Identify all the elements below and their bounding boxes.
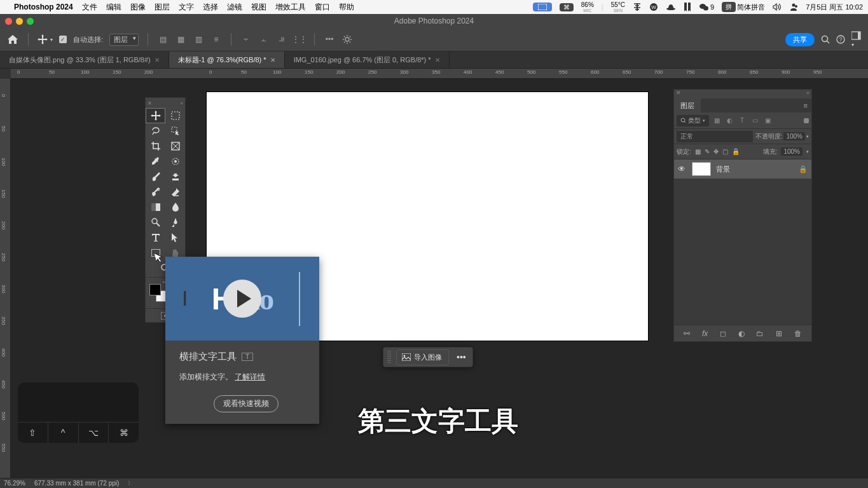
menu-image[interactable]: 图像	[130, 2, 146, 13]
blur-tool[interactable]	[165, 200, 185, 215]
menu-file[interactable]: 文件	[82, 2, 97, 13]
frame-tool[interactable]	[165, 139, 185, 154]
user-icon[interactable]	[789, 3, 798, 11]
history-brush-tool[interactable]	[146, 184, 165, 200]
crop-tool[interactable]	[146, 139, 165, 154]
window-minimize-button[interactable]	[16, 18, 23, 25]
align-hcenter-icon[interactable]: ▦	[175, 34, 186, 45]
window-zoom-button[interactable]	[27, 18, 34, 25]
gradient-tool[interactable]	[146, 200, 165, 215]
menu-filter[interactable]: 滤镜	[227, 2, 242, 13]
panel-collapse-icon[interactable]: «	[806, 90, 809, 98]
menu-type[interactable]: 文字	[179, 2, 194, 13]
filter-pixel-icon[interactable]: ▦	[712, 116, 722, 126]
layer-thumbnail[interactable]	[692, 162, 711, 176]
share-button[interactable]: 共享	[785, 33, 815, 46]
eraser-tool[interactable]	[165, 184, 185, 200]
quick-select-tool[interactable]	[165, 123, 185, 139]
import-image-button[interactable]: 导入图像	[396, 349, 449, 365]
temp-indicator[interactable]: 55°C SEN	[611, 2, 625, 13]
move-tool[interactable]	[146, 108, 165, 123]
lock-all-icon[interactable]: 🔒	[732, 148, 740, 155]
auto-select-target-dropdown[interactable]: 图层	[109, 34, 139, 46]
drag-handle[interactable]	[387, 351, 391, 363]
align-top-icon[interactable]: ⫟	[240, 34, 252, 45]
layer-row[interactable]: 👁 背景 🔒	[674, 159, 811, 179]
shift-key-icon[interactable]: ⇧	[18, 423, 48, 443]
lock-pixels-icon[interactable]: ✎	[705, 148, 710, 155]
layer-fx-icon[interactable]: fx	[702, 329, 708, 338]
adjustment-layer-icon[interactable]: ◐	[738, 329, 745, 338]
home-button[interactable]	[6, 33, 19, 46]
filter-type-icon[interactable]: T	[737, 116, 747, 126]
document-tab[interactable]: 自媒体头像图.png @ 33.3% (图层 1, RGB/8#) ✕	[0, 51, 169, 68]
eyedropper-tool[interactable]	[146, 154, 165, 169]
learn-more-link[interactable]: 了解详情	[235, 372, 265, 381]
layer-group-icon[interactable]: 🗀	[756, 329, 764, 338]
search-icon[interactable]	[821, 35, 830, 44]
lock-transparency-icon[interactable]: ▦	[695, 148, 701, 155]
filter-toggle[interactable]	[804, 118, 809, 123]
menu-edit[interactable]: 编辑	[106, 2, 121, 13]
filter-adjustment-icon[interactable]: ◐	[724, 116, 734, 126]
align-right-icon[interactable]: ▥	[193, 34, 204, 45]
menu-view[interactable]: 视图	[251, 2, 266, 13]
workspace-switcher-icon[interactable]: ▾	[851, 31, 863, 48]
blend-mode-dropdown[interactable]: 正常	[677, 131, 753, 142]
layer-filter-dropdown[interactable]: 类型▾	[677, 115, 709, 126]
layers-panel[interactable]: ✕ « 图层 ≡ 类型▾ ▦ ◐ T ▭ ▣ 正常 不透明度: 100% ▾ 锁…	[673, 89, 812, 342]
bookmark-icon[interactable]	[684, 3, 691, 11]
tab-close-icon[interactable]: ✕	[270, 57, 275, 64]
fill-value[interactable]: 100%	[781, 147, 803, 156]
auto-select-checkbox[interactable]: ✓	[59, 36, 67, 43]
align-bottom-icon[interactable]: ⫡	[276, 34, 287, 45]
dodge-tool[interactable]	[146, 215, 165, 230]
align-left-icon[interactable]: ▤	[157, 34, 169, 45]
spot-heal-tool[interactable]	[165, 154, 185, 169]
datetime[interactable]: 7月5日 周五 10:02	[806, 3, 863, 12]
input-method[interactable]: 拼 简体拼音	[722, 2, 765, 12]
align-distribute-icon[interactable]: ≡	[210, 34, 222, 45]
context-more-button[interactable]: •••	[451, 349, 471, 365]
screen-record-indicator[interactable]	[533, 3, 552, 11]
more-options-icon[interactable]: •••	[324, 34, 335, 45]
pen-tool[interactable]	[165, 215, 185, 230]
layers-list[interactable]: 👁 背景 🔒	[674, 159, 811, 325]
toolbox-collapse-icon[interactable]: «	[181, 100, 183, 106]
move-tool-indicator[interactable]: ▾	[38, 34, 53, 44]
filter-shape-icon[interactable]: ▭	[750, 116, 760, 126]
option-key-icon[interactable]: ⌥	[79, 423, 109, 443]
zoom-level[interactable]: 76.29%	[4, 480, 25, 487]
panel-menu-icon[interactable]: ≡	[804, 102, 811, 109]
document-tab[interactable]: 未标题-1 @ 76.3%(RGB/8) * ✕	[169, 51, 285, 68]
path-select-tool[interactable]	[165, 230, 185, 245]
app-name-menu[interactable]: Photoshop 2024	[14, 3, 73, 11]
watch-video-button[interactable]: 观看快速视频	[214, 395, 279, 412]
foreground-color-swatch[interactable]	[149, 284, 161, 295]
menu-window[interactable]: 窗口	[315, 2, 330, 13]
tab-close-icon[interactable]: ✕	[155, 57, 160, 64]
type-tool[interactable]	[146, 230, 165, 245]
vertical-ruler[interactable]: 0 50 100 150 200 250 300 350 400 450 500…	[0, 79, 11, 478]
lock-icon[interactable]: 🔒	[799, 165, 808, 173]
brush-tool[interactable]	[146, 169, 165, 184]
textedit-icon[interactable]	[633, 3, 642, 11]
status-disclosure-icon[interactable]: 〉	[128, 480, 133, 487]
tooltip-video-preview[interactable]: Ⅰ Hello	[165, 257, 319, 341]
menu-plugins[interactable]: 增效工具	[275, 2, 306, 13]
command-key-icon[interactable]: ⌘	[109, 423, 139, 443]
marquee-tool[interactable]	[165, 108, 185, 123]
control-key-icon[interactable]: ^	[48, 423, 79, 443]
document-info[interactable]: 677.33 mm x 381 mm (72 ppi)	[34, 480, 119, 487]
lock-artboard-icon[interactable]: ▢	[722, 148, 728, 155]
layers-tab[interactable]: 图层	[674, 98, 701, 112]
lock-position-icon[interactable]: ✥	[713, 148, 719, 155]
volume-icon[interactable]	[773, 3, 782, 11]
menu-help[interactable]: 帮助	[339, 2, 354, 13]
document-tab[interactable]: IMG_0160.jpeg @ 66.7% (图层 0, RGB/8*) * ✕	[285, 51, 450, 68]
opacity-value[interactable]: 100%	[783, 132, 805, 140]
contextual-task-bar[interactable]: 导入图像 •••	[383, 347, 473, 367]
delete-layer-icon[interactable]: 🗑	[794, 329, 802, 338]
toolbox-close-icon[interactable]: ✕	[148, 100, 152, 106]
menu-layer[interactable]: 图层	[155, 2, 170, 13]
